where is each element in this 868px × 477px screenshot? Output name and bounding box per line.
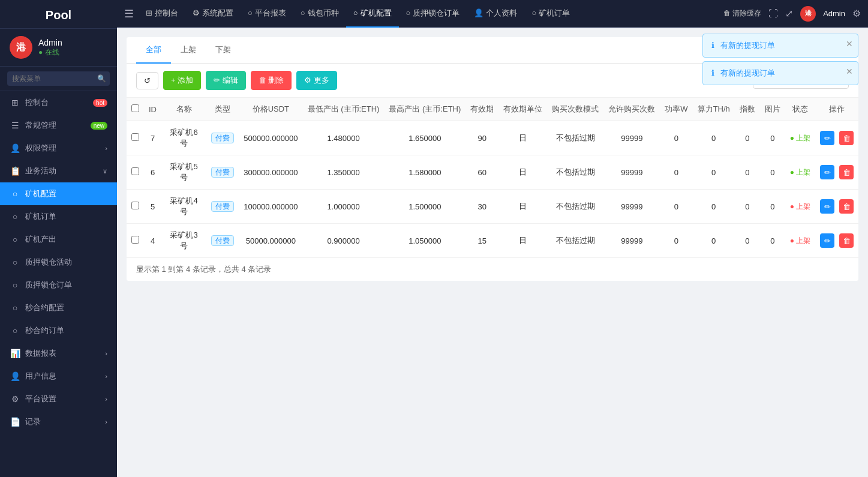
sidebar-item-platform-settings[interactable]: ⚙ 平台设置 ›: [0, 388, 117, 410]
record-count: 显示第 1 到第 4 条记录，总共 4 条记录: [136, 265, 271, 274]
col-unit: 有效期单位: [498, 98, 547, 121]
row-pic: 0: [760, 224, 785, 258]
topnav-miner-orders[interactable]: ○ 矿机订单: [524, 0, 577, 28]
topnav-profile-icon: 👤: [474, 8, 483, 17]
topnav-platform-report[interactable]: ○ 平台报表: [241, 0, 293, 28]
sidebar-item-business[interactable]: 📋 业务活动 ∨: [0, 160, 117, 182]
row-unit: 日: [498, 155, 547, 190]
select-all-checkbox[interactable]: [131, 104, 139, 112]
delete-button[interactable]: 🗑 删除: [251, 71, 292, 90]
settings-icon[interactable]: ⚙: [852, 8, 861, 19]
pledge-orders-icon: ○: [10, 280, 20, 290]
row-type: 付费: [206, 190, 239, 224]
sidebar-item-general[interactable]: ☰ 常规管理 new: [0, 114, 117, 137]
notification-close-icon[interactable]: ✕: [846, 39, 853, 49]
edit-row-button[interactable]: ✏: [820, 199, 834, 214]
row-validity: 90: [465, 121, 498, 155]
sidebar-item-miner-output[interactable]: ○ 矿机产出: [0, 228, 117, 251]
row-pic: 0: [760, 121, 785, 155]
row-status: 上架: [785, 155, 816, 190]
tab-all[interactable]: 全部: [136, 37, 171, 64]
row-ops: ✏ 🗑: [815, 224, 858, 258]
delete-row-button[interactable]: 🗑: [839, 131, 854, 145]
sidebar: Pool 港 Admin 在线 🔍 ⊞ 控制台 hot ☰ 常规管理 new 👤…: [0, 0, 117, 477]
row-max-output: 1.500000: [384, 190, 465, 224]
edit-row-button[interactable]: ✏: [820, 233, 834, 248]
tab-offline[interactable]: 下架: [206, 37, 241, 64]
tab-online[interactable]: 上架: [171, 37, 206, 64]
topnav-miner-config-icon: ○: [353, 8, 358, 17]
admin-label: Admin: [823, 9, 845, 18]
sidebar-item-logs[interactable]: 📄 记录 ›: [0, 410, 117, 433]
fullscreen-icon[interactable]: ⛶: [768, 8, 778, 19]
row-status: 上架: [785, 224, 816, 258]
sidebar-item-dashboard[interactable]: ⊞ 控制台 hot: [0, 91, 117, 114]
more-button[interactable]: ⚙ 更多: [296, 71, 337, 90]
edit-button[interactable]: ✏ 编辑: [206, 71, 246, 90]
table-scroll: ID 名称 类型 价格USDT 最低产出 (主币:ETH) 最高产出 (主币:E…: [127, 98, 858, 258]
row-select-checkbox[interactable]: [131, 236, 139, 244]
row-ops: ✏ 🗑: [815, 121, 858, 155]
row-max-buy: 99999: [603, 224, 660, 258]
sidebar-item-second-config[interactable]: ○ 秒合约配置: [0, 296, 117, 319]
sidebar-item-permissions[interactable]: 👤 权限管理 ›: [0, 137, 117, 160]
edit-row-button[interactable]: ✏: [820, 131, 834, 145]
sidebar-item-miner-orders[interactable]: ○ 矿机订单: [0, 205, 117, 228]
second-config-icon: ○: [10, 303, 20, 313]
sidebar-item-data-report[interactable]: 📊 数据报表 ›: [0, 342, 117, 365]
topnav-dashboard[interactable]: ⊞ 控制台: [139, 0, 185, 28]
row-max-output: 1.650000: [384, 121, 465, 155]
expand-icon[interactable]: ⤢: [785, 8, 793, 19]
row-price: 100000.000000: [239, 190, 302, 224]
search-icon: 🔍: [97, 74, 106, 83]
row-name: 采矿机3号: [161, 224, 206, 258]
row-id: 7: [144, 121, 161, 155]
clear-cache-button[interactable]: 🗑 清除缓存: [723, 8, 761, 19]
delete-row-button[interactable]: 🗑: [839, 165, 854, 179]
row-select-checkbox[interactable]: [131, 202, 139, 209]
row-power: 0: [660, 190, 692, 224]
chevron-icon: ›: [105, 145, 107, 152]
refresh-button[interactable]: ↺: [136, 72, 158, 89]
delete-row-button[interactable]: 🗑: [839, 199, 854, 214]
topnav-profile[interactable]: 👤 个人资料: [467, 0, 524, 28]
row-index: 0: [735, 224, 760, 258]
row-price: 500000.000000: [239, 121, 302, 155]
row-type: 付费: [206, 155, 239, 190]
row-buy-mode: 不包括过期: [547, 121, 603, 155]
notification-close-icon-2[interactable]: ✕: [846, 67, 853, 76]
avatar: 港: [10, 36, 32, 59]
search-input[interactable]: [7, 71, 110, 86]
status-badge: 上架: [790, 134, 811, 142]
col-buy-mode: 购买次数模式: [547, 98, 603, 121]
row-power: 0: [660, 224, 692, 258]
col-checkbox: [127, 98, 144, 121]
add-button[interactable]: + 添加: [163, 71, 201, 90]
row-max-output: 1.050000: [384, 224, 465, 258]
row-max-buy: 99999: [603, 121, 660, 155]
row-checkbox: [127, 190, 144, 224]
row-select-checkbox[interactable]: [131, 167, 139, 175]
hamburger-icon[interactable]: ☰: [124, 7, 134, 20]
topnav-wallet[interactable]: ○ 钱包币种: [293, 0, 346, 28]
sidebar-item-pledge-activity[interactable]: ○ 质押锁仓活动: [0, 251, 117, 274]
sidebar-item-user-info[interactable]: 👤 用户信息 ›: [0, 365, 117, 388]
sidebar-item-pledge-orders[interactable]: ○ 质押锁仓订单: [0, 274, 117, 296]
edit-row-button[interactable]: ✏: [820, 165, 834, 179]
type-tag: 付费: [211, 167, 234, 178]
row-min-output: 1.350000: [303, 155, 385, 190]
main-area: ☰ ⊞ 控制台 ⚙ 系统配置 ○ 平台报表 ○ 钱包币种 ○ 矿机配置: [117, 0, 868, 477]
delete-row-button[interactable]: 🗑: [839, 233, 854, 248]
row-unit: 日: [498, 224, 547, 258]
row-buy-mode: 不包括过期: [547, 155, 603, 190]
second-orders-icon: ○: [10, 326, 20, 335]
sidebar-item-second-orders[interactable]: ○ 秒合约订单: [0, 319, 117, 342]
topnav-miner-config[interactable]: ○ 矿机配置: [346, 0, 399, 28]
sidebar-item-miner-config[interactable]: ○ 矿机配置: [0, 182, 117, 205]
topnav-pledge-orders[interactable]: ○ 质押锁仓订单: [399, 0, 467, 28]
col-power: 功率W: [660, 98, 692, 121]
topnav-sys-config[interactable]: ⚙ 系统配置: [185, 0, 241, 28]
col-name: 名称: [161, 98, 206, 121]
row-select-checkbox[interactable]: [131, 133, 139, 141]
row-unit: 日: [498, 190, 547, 224]
